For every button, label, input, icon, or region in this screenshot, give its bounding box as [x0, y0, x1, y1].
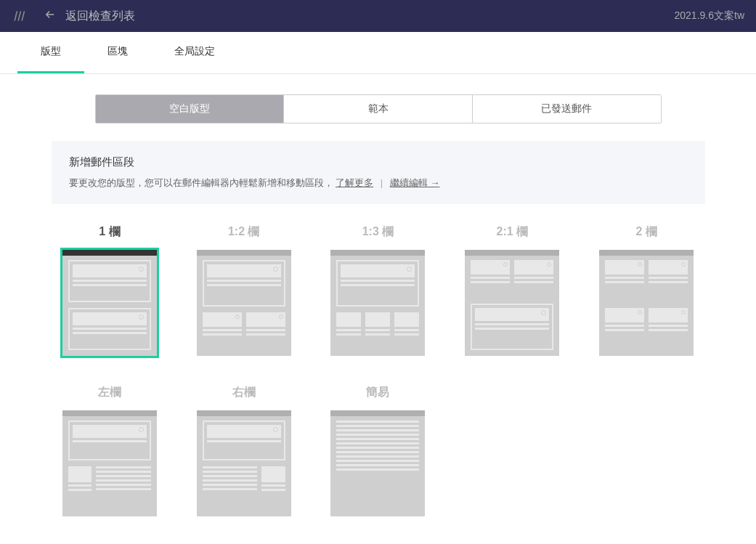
main-tabs: 版型 區塊 全局設定	[0, 32, 756, 74]
layout-thumb	[197, 410, 291, 516]
notice-title: 新增郵件區段	[69, 155, 688, 169]
layout-thumb	[465, 250, 559, 356]
layout-thumb	[62, 250, 157, 356]
layout-label: 1:3 欄	[320, 224, 436, 240]
layout-label: 左欄	[52, 385, 168, 400]
top-bar: 返回檢查列表 2021.9.6文案tw	[0, 0, 756, 32]
layout-thumb	[330, 410, 425, 516]
layout-card-1-2col[interactable]: 1:2 欄	[185, 224, 302, 356]
layout-card-2col[interactable]: 2 欄	[588, 224, 705, 356]
layout-grid: 1 欄 1:2 欄	[52, 224, 705, 516]
layout-thumb	[62, 410, 157, 516]
app-logo-icon	[12, 9, 26, 23]
continue-edit-link[interactable]: 繼續編輯 →	[390, 177, 440, 188]
tab-layout[interactable]: 版型	[17, 32, 84, 73]
notice-separator: |	[381, 177, 383, 188]
layout-card-right[interactable]: 右欄	[185, 385, 302, 516]
back-label: 返回檢查列表	[65, 9, 135, 24]
notice-body: 要更改您的版型，您可以在郵件編輯器內輕鬆新增和移動區段，	[69, 177, 333, 188]
notice-text: 要更改您的版型，您可以在郵件編輯器內輕鬆新增和移動區段， 了解更多 | 繼續編輯…	[69, 176, 688, 190]
tab-blocks[interactable]: 區塊	[84, 32, 151, 73]
layout-card-simple[interactable]: 簡易	[320, 385, 436, 516]
layout-thumb	[330, 250, 425, 356]
layout-label: 簡易	[320, 385, 436, 400]
layout-label: 2 欄	[588, 224, 705, 240]
seg-template[interactable]: 範本	[284, 95, 473, 123]
segmented-control: 空白版型 範本 已發送郵件	[95, 94, 662, 123]
layout-label: 右欄	[185, 385, 302, 400]
tab-global[interactable]: 全局設定	[151, 32, 238, 73]
layout-label: 1 欄	[52, 224, 168, 240]
layout-label: 1:2 欄	[185, 224, 302, 240]
layout-card-2-1col[interactable]: 2:1 欄	[454, 224, 571, 356]
learn-more-link[interactable]: 了解更多	[336, 177, 373, 188]
notice-panel: 新增郵件區段 要更改您的版型，您可以在郵件編輯器內輕鬆新增和移動區段， 了解更多…	[52, 141, 705, 204]
seg-blank[interactable]: 空白版型	[96, 95, 285, 123]
layout-card-1col[interactable]: 1 欄	[52, 224, 168, 356]
layout-thumb	[599, 250, 694, 356]
layout-thumb	[197, 250, 291, 356]
seg-sent[interactable]: 已發送郵件	[473, 95, 661, 123]
back-button[interactable]: 返回檢查列表	[44, 8, 135, 24]
layout-label: 2:1 欄	[454, 224, 571, 240]
layout-card-left[interactable]: 左欄	[52, 385, 168, 516]
project-title: 2021.9.6文案tw	[675, 9, 745, 23]
layout-card-1-3col[interactable]: 1:3 欄	[320, 224, 436, 356]
back-arrow-icon	[44, 8, 57, 24]
